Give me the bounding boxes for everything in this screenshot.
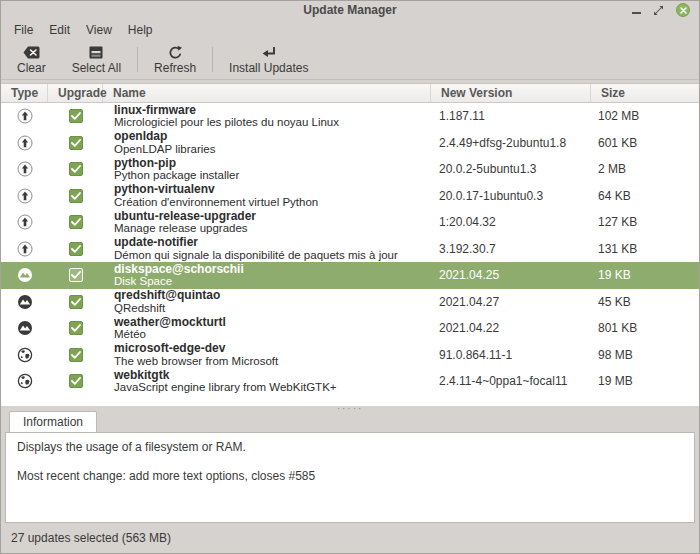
table-row[interactable]: python-virtualenvCréation d'environnemen… xyxy=(1,183,699,210)
checkmark-icon xyxy=(71,245,81,253)
table-row[interactable]: ubuntu-release-upgraderManage release up… xyxy=(1,209,699,236)
close-button[interactable] xyxy=(676,3,690,17)
select-all-button[interactable]: Select All xyxy=(59,40,134,79)
checkmark-icon xyxy=(71,324,81,332)
info-line: Most recent change: add more text option… xyxy=(17,469,683,483)
checkmark-icon xyxy=(71,271,81,279)
package-name: python-pip xyxy=(114,157,431,170)
upgrade-checkbox[interactable] xyxy=(69,136,83,150)
checkmark-icon xyxy=(71,165,81,173)
updates-table-body: linux-firmwareMicrologiciel pour les pil… xyxy=(1,103,699,406)
menu-item-help[interactable]: Help xyxy=(120,21,161,39)
install-updates-button[interactable]: Install Updates xyxy=(216,40,321,79)
package-version: 2.4.11-4~0ppa1~focal11 xyxy=(431,374,591,388)
upgrade-checkbox[interactable] xyxy=(69,162,83,176)
minimize-button[interactable] xyxy=(632,7,641,14)
cinnamon-spice-icon xyxy=(16,293,33,310)
web-globe-icon xyxy=(16,346,33,363)
package-description: Micrologiciel pour les pilotes du noyau … xyxy=(114,116,431,129)
package-size: 45 KB xyxy=(591,295,699,309)
column-header-name[interactable]: Name xyxy=(103,84,431,102)
table-row[interactable]: python-pipPython package installer20.0.2… xyxy=(1,156,699,183)
package-update-icon xyxy=(16,161,33,178)
upgrade-checkbox[interactable] xyxy=(69,268,83,282)
upgrade-checkbox[interactable] xyxy=(69,242,83,256)
upgrade-checkbox[interactable] xyxy=(69,374,83,388)
toolbar-separator xyxy=(137,47,138,72)
table-row[interactable]: qredshift@quintaoQRedshift2021.04.2745 K… xyxy=(1,289,699,316)
close-icon xyxy=(680,7,687,14)
package-name: openldap xyxy=(114,130,431,143)
package-size: 102 MB xyxy=(591,109,699,123)
package-name: weather@mockturtl xyxy=(114,316,431,329)
titlebar[interactable]: Update Manager xyxy=(1,1,699,19)
package-description: Manage release upgrades xyxy=(114,222,431,235)
maximize-icon xyxy=(653,5,664,16)
table-row[interactable]: linux-firmwareMicrologiciel pour les pil… xyxy=(1,103,699,130)
upgrade-checkbox[interactable] xyxy=(69,215,83,229)
package-description: Python package installer xyxy=(114,169,431,182)
upgrade-checkbox[interactable] xyxy=(69,189,83,203)
upgrade-checkbox[interactable] xyxy=(69,109,83,123)
upgrade-checkbox[interactable] xyxy=(69,321,83,335)
package-description: QRedshift xyxy=(114,302,431,315)
select-all-label: Select All xyxy=(72,61,121,75)
upgrade-checkbox[interactable] xyxy=(69,348,83,362)
clear-backspace-icon xyxy=(23,44,40,60)
package-size: 2 MB xyxy=(591,162,699,176)
info-panel-content: Displays the usage of a filesystem or RA… xyxy=(5,432,695,523)
package-version: 2021.04.27 xyxy=(431,295,591,309)
cinnamon-spice-icon xyxy=(16,267,33,284)
checkmark-icon xyxy=(71,192,81,200)
menu-item-file[interactable]: File xyxy=(6,21,41,39)
checkmark-icon xyxy=(71,112,81,120)
menu-item-edit[interactable]: Edit xyxy=(41,21,78,39)
upgrade-checkbox[interactable] xyxy=(69,295,83,309)
table-row[interactable]: openldapOpenLDAP libraries2.4.49+dfsg-2u… xyxy=(1,130,699,157)
package-version: 20.0.17-1ubuntu0.3 xyxy=(431,189,591,203)
package-description: Création d'environnement virtuel Python xyxy=(114,196,431,209)
package-name: ubuntu-release-upgrader xyxy=(114,210,431,223)
package-update-icon xyxy=(16,240,33,257)
clear-button[interactable]: Clear xyxy=(4,40,59,79)
package-size: 19 MB xyxy=(591,374,699,388)
info-tab[interactable]: Information xyxy=(9,411,97,432)
column-header-size[interactable]: Size xyxy=(591,84,699,102)
refresh-button[interactable]: Refresh xyxy=(141,40,209,79)
package-version: 2021.04.22 xyxy=(431,321,591,335)
menubar: File Edit View Help xyxy=(1,19,699,40)
package-name: python-virtualenv xyxy=(114,183,431,196)
toolbar-separator xyxy=(212,47,213,72)
package-size: 127 KB xyxy=(591,215,699,229)
table-row[interactable]: weather@mockturtlMétéo2021.04.22801 KB xyxy=(1,315,699,342)
checkmark-icon xyxy=(71,218,81,226)
window-title: Update Manager xyxy=(1,3,699,17)
maximize-button[interactable] xyxy=(653,5,664,16)
package-description: Disk Space xyxy=(114,275,431,288)
column-header-new-version[interactable]: New Version xyxy=(431,84,591,102)
info-tab-row: Information xyxy=(5,412,695,432)
package-size: 98 MB xyxy=(591,348,699,362)
checkmark-icon xyxy=(71,298,81,306)
package-size: 131 KB xyxy=(591,242,699,256)
column-header-type[interactable]: Type xyxy=(1,84,48,102)
menu-item-view[interactable]: View xyxy=(78,21,120,39)
package-size: 601 KB xyxy=(591,136,699,150)
table-row[interactable]: microsoft-edge-devThe web browser from M… xyxy=(1,342,699,369)
table-row[interactable]: diskspace@schorschiiDisk Space2021.04.25… xyxy=(1,262,699,289)
package-name: diskspace@schorschii xyxy=(114,263,431,276)
info-line: Displays the usage of a filesystem or RA… xyxy=(17,440,683,454)
clear-label: Clear xyxy=(17,61,46,75)
select-all-icon xyxy=(89,44,103,60)
table-row[interactable]: webkitgtkJavaScript engine library from … xyxy=(1,368,699,395)
package-update-icon xyxy=(16,108,33,125)
table-header: Type Upgrade Name New Version Size xyxy=(1,83,699,103)
statusbar: 27 updates selected (563 MB) xyxy=(1,523,699,553)
package-name: microsoft-edge-dev xyxy=(114,342,431,355)
package-version: 1:20.04.32 xyxy=(431,215,591,229)
package-version: 20.0.2-5ubuntu1.3 xyxy=(431,162,591,176)
column-header-upgrade[interactable]: Upgrade xyxy=(48,84,103,102)
table-row[interactable]: update-notifierDémon qui signale la disp… xyxy=(1,236,699,263)
checkmark-icon xyxy=(71,139,81,147)
package-version: 1.187.11 xyxy=(431,109,591,123)
